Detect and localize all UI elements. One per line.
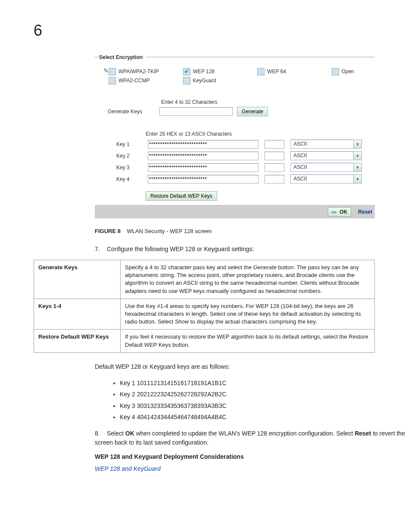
- key3-type-select[interactable]: ASCII: [290, 163, 362, 172]
- chevron-down-icon[interactable]: ▼: [353, 151, 362, 160]
- sub-heading: WEP 128 and Keyguard Deployment Consider…: [95, 453, 411, 460]
- passkey-hint: Enter 4 to 32 Characters: [161, 99, 362, 105]
- keys-hint: Enter 26 HEX or 13 ASCII Characters: [146, 131, 362, 137]
- list-item: Key 4 404142434445464748494A4B4C: [120, 411, 411, 423]
- step-7: 7.Configure the following WEP 128 or Key…: [95, 245, 411, 254]
- key2-aux[interactable]: [265, 152, 284, 160]
- generate-button[interactable]: Generate: [237, 107, 268, 116]
- key-label: Key 2: [116, 153, 142, 159]
- dialog-footer: ▸▸OK Reset: [95, 205, 375, 218]
- cb-label: WEP 128: [193, 68, 215, 75]
- cb-label: WEP 64: [267, 68, 286, 75]
- checkbox-tkip[interactable]: [109, 68, 116, 75]
- cb-label: WPA2-CCMP: [118, 78, 149, 84]
- key-label: Key 4: [116, 176, 142, 182]
- key-row: Key 4 ASCII▼: [108, 174, 362, 184]
- checkbox-ccmp[interactable]: [109, 77, 116, 84]
- chevron-down-icon[interactable]: ▼: [353, 140, 362, 149]
- checkbox-wep64[interactable]: [257, 68, 265, 75]
- row-header: Restore Default WEP Keys: [34, 330, 121, 352]
- row-desc: Specify a 4 to 32 character pass key and…: [121, 260, 375, 299]
- key-row: Key 1 ASCII▼: [108, 140, 362, 149]
- cb-label: KeyGuard: [193, 78, 216, 84]
- key-label: Key 1: [116, 141, 142, 147]
- generate-keys-label: Generate Keys: [108, 109, 155, 115]
- chevron-down-icon[interactable]: ▼: [353, 163, 362, 172]
- cb-label: WPA/WPA2-TKIP: [118, 68, 159, 75]
- row-header: Keys 1-4: [34, 299, 121, 330]
- fieldset-label: Select Encryption: [99, 54, 146, 60]
- key2-input[interactable]: [148, 152, 259, 160]
- checkbox-wep128[interactable]: ✔: [183, 68, 190, 75]
- key1-input[interactable]: [148, 140, 259, 149]
- chapter-number: 6: [34, 22, 411, 40]
- list-item: Key 3 303132333435363738393A3B3C: [120, 400, 411, 412]
- defaults-list: Key 1 101112131415161718191A1B1C Key 2 2…: [112, 377, 411, 423]
- forward-icon: ▸▸: [332, 209, 337, 215]
- key1-aux[interactable]: [265, 140, 284, 149]
- list-item: Key 2 202122232425262728292A2B2C: [120, 389, 411, 400]
- cb-label: Open: [342, 68, 354, 75]
- checkbox-open[interactable]: [332, 68, 339, 75]
- key4-aux[interactable]: [265, 175, 284, 184]
- row-desc: If you feel it necessary to restore the …: [121, 330, 375, 352]
- key3-input[interactable]: [148, 163, 259, 172]
- row-desc: Use the Key #1-4 areas to specify key nu…: [121, 299, 375, 330]
- figure-caption: FIGURE 8 WLAN Security - WEP 128 screen: [95, 228, 411, 234]
- key4-type-select[interactable]: ASCII: [290, 174, 362, 184]
- list-item: Key 1 101112131415161718191A1B1C: [120, 377, 411, 389]
- defaults-intro: Default WEP 128 or Keyguard keys are as …: [95, 362, 411, 371]
- wep128-keyguard-link[interactable]: WEP 128 and KeyGuard: [95, 465, 411, 472]
- chevron-down-icon[interactable]: ▼: [353, 174, 362, 184]
- key-label: Key 3: [116, 165, 142, 171]
- table-row: Keys 1-4 Use the Key #1-4 areas to speci…: [34, 299, 375, 330]
- ok-button[interactable]: ▸▸OK: [328, 207, 351, 217]
- table-row: Generate Keys Specify a 4 to 32 characte…: [34, 260, 375, 299]
- reset-button[interactable]: Reset: [358, 209, 372, 215]
- key1-type-select[interactable]: ASCII: [290, 140, 362, 149]
- restore-default-button[interactable]: Restore Default WEP Keys: [146, 191, 217, 201]
- table-row: Restore Default WEP Keys If you feel it …: [34, 330, 375, 352]
- passkey-input[interactable]: [159, 107, 233, 116]
- row-header: Generate Keys: [34, 260, 121, 299]
- key4-input[interactable]: [148, 175, 259, 184]
- edit-icon: ✎: [103, 66, 109, 86]
- key-row: Key 2 ASCII▼: [108, 151, 362, 160]
- step-8: 8.Select OK when completed to update the…: [95, 429, 411, 447]
- key3-aux[interactable]: [265, 163, 284, 172]
- wep128-screenshot: Select Encryption ✎ WPA/WPA2-TKIP WPA2-C…: [95, 57, 375, 218]
- key-row: Key 3 ASCII▼: [108, 163, 362, 172]
- checkbox-keyguard[interactable]: [183, 77, 190, 84]
- settings-table: Generate Keys Specify a 4 to 32 characte…: [34, 260, 375, 353]
- key2-type-select[interactable]: ASCII: [290, 151, 362, 160]
